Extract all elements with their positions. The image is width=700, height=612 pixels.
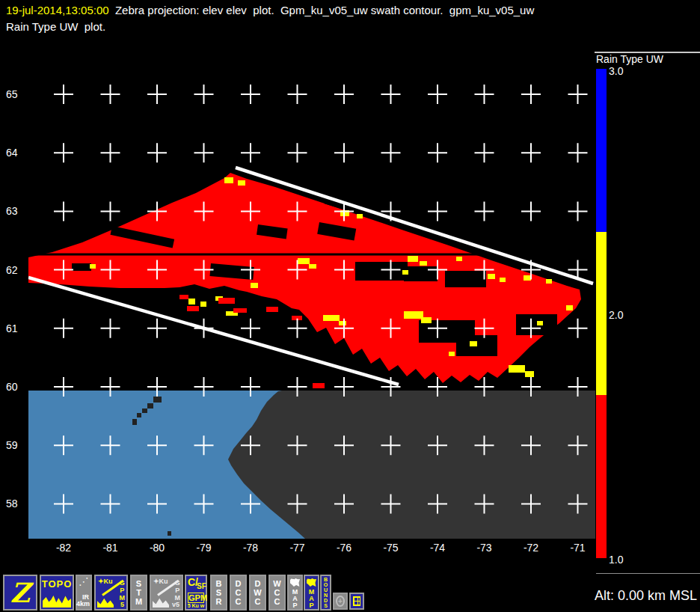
us-map-icon: [290, 578, 300, 587]
version-label: 5: [120, 601, 124, 608]
csf-gpm-button[interactable]: C/SFGPM5 Ku w: [185, 575, 207, 611]
lon-tick-label: -71: [562, 542, 595, 554]
colorbar: [596, 69, 607, 558]
title-text: Zebra projection: elev elev plot. Gpm_ku…: [109, 4, 535, 16]
altitude-status: Alt: 0.00 km MSL: [538, 588, 697, 604]
island: [137, 413, 141, 417]
lat-tick-label: 58: [6, 498, 28, 510]
lon-tick-label: -76: [328, 542, 360, 554]
colorbar-label-min: 1.0: [609, 554, 623, 566]
rain-cell-convective: [251, 283, 258, 288]
stm-button[interactable]: S T M: [130, 575, 147, 611]
colorbar-title: Rain Type UW: [596, 53, 663, 65]
rain-speck: [233, 308, 247, 313]
ku-gpm-v5-button[interactable]: ✦KuG P Mv5: [150, 575, 183, 611]
rain-speck: [266, 307, 278, 312]
header-line-2: Rain Type UW plot.: [6, 20, 105, 33]
island: [168, 531, 171, 536]
lon-tick-label: -78: [234, 542, 267, 554]
map-label: M A P: [305, 589, 318, 609]
no-rain-hole: [445, 271, 486, 287]
rain-cell-convective: [402, 270, 408, 275]
island: [147, 403, 153, 408]
map-navy-button[interactable]: M A P: [304, 575, 319, 611]
satellite-track-icon: ⋰: [79, 576, 89, 587]
rain-cell-convective: [566, 305, 573, 310]
rain-cell-convective: [420, 261, 427, 266]
colorbar-segment-1: [596, 232, 607, 395]
lat-tick-label: 59: [6, 439, 28, 451]
rain-cell-convective: [339, 321, 346, 325]
no-rain-hole: [72, 263, 91, 271]
lat-tick-label: 61: [6, 322, 28, 334]
rain-speck: [313, 383, 325, 388]
topo-button[interactable]: TOPO: [40, 575, 74, 611]
gpm-label: G P M: [120, 579, 126, 602]
ku-label: ✦Ku: [98, 578, 113, 585]
rain-cell-convective: [357, 214, 363, 218]
bsr-label: B S R: [212, 576, 226, 609]
lat-tick-label: 62: [6, 264, 28, 276]
grid-icon: [353, 596, 360, 606]
rain-cell-convective: [525, 371, 534, 377]
lon-tick-label: -72: [515, 542, 547, 554]
timestamp: 19-jul-2014,13:05:00: [6, 4, 109, 16]
rain-cell-convective: [323, 315, 340, 321]
ku-gpm-5-button[interactable]: ✦KuG P M5: [94, 575, 128, 611]
rain-speck: [218, 298, 235, 304]
rain-cell-convective: [309, 264, 316, 269]
lat-tick-label: 60: [6, 381, 28, 393]
lon-tick-label: -81: [94, 542, 127, 554]
lon-tick-label: -77: [281, 542, 314, 554]
rain-cell-convective: [509, 365, 525, 373]
sf-label: SF: [197, 582, 206, 590]
rain-cell-convective: [421, 317, 432, 323]
wcc-label: W C C: [270, 576, 284, 609]
no-rain-hole: [355, 262, 408, 281]
us-map-icon: [307, 578, 316, 587]
dcc-button[interactable]: D C C: [230, 575, 247, 611]
target-button[interactable]: +: [333, 593, 348, 610]
rain-cell-convective: [200, 302, 206, 307]
no-rain-hole: [516, 314, 557, 335]
island: [132, 419, 137, 425]
rain-cell-convective: [188, 299, 195, 305]
grid-button[interactable]: [349, 593, 364, 610]
rain-speck: [179, 295, 188, 299]
map-canvas[interactable]: [28, 69, 595, 539]
map-label: M A P: [289, 589, 301, 609]
lon-tick-label: -75: [375, 542, 408, 554]
land-region: [228, 391, 595, 539]
status-rule: [596, 573, 700, 574]
wcc-button[interactable]: W C C: [268, 575, 286, 611]
topo-label: TOPO: [41, 578, 73, 590]
no-rain-hole: [404, 266, 438, 281]
rain-speck: [187, 306, 199, 311]
variant-label: 5 Ku w: [186, 603, 206, 608]
dwc-button[interactable]: D W C: [249, 575, 266, 611]
colorbar-segment-2: [596, 395, 607, 558]
lon-tick-label: -82: [47, 542, 80, 554]
dwc-label: D W C: [251, 576, 265, 609]
rain-cell-convective: [238, 180, 245, 186]
mountain-icon: [43, 593, 71, 608]
rain-cell-convective: [537, 321, 543, 325]
rain-cell-convective: [408, 256, 418, 262]
colorbar-label-mid: 2.0: [609, 309, 623, 321]
rain-cell-convective: [546, 279, 552, 284]
ir-4km-label: 4km: [76, 601, 90, 608]
zebra-logo-button[interactable]: Z: [3, 575, 37, 611]
rain-cell-convective: [449, 352, 455, 356]
ir-4km-button[interactable]: ⋰IR4km: [76, 575, 92, 611]
island: [142, 408, 147, 413]
lat-tick-label: 63: [6, 205, 28, 217]
gpm-label: G P M: [175, 579, 181, 602]
colorbar-segment-0: [596, 69, 607, 232]
rain-cell-convective: [488, 274, 495, 279]
rain-cell-convective: [470, 341, 477, 346]
bounds-button[interactable]: B O U N D S: [320, 575, 331, 611]
map-gray-button[interactable]: M A P: [287, 575, 303, 611]
version-label: v5: [172, 601, 179, 608]
colorbar-label-max: 3.0: [609, 65, 623, 77]
bsr-button[interactable]: B S R: [210, 575, 227, 611]
